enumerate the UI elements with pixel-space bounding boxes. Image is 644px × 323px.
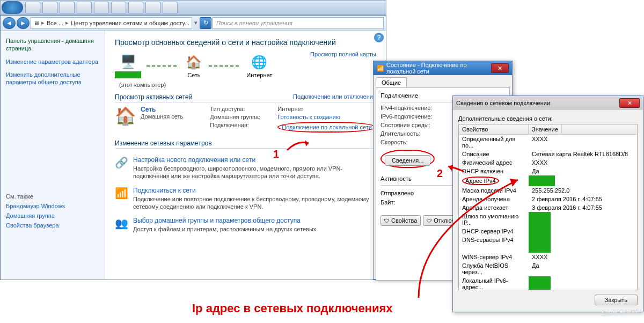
sidebar: Панель управления - домашняя страница Из…: [1, 31, 105, 280]
seealso-firewall[interactable]: Брандмауэр Windows: [6, 203, 99, 209]
change-item[interactable]: 🔗 Настройка нового подключения или сетиН…: [115, 156, 376, 180]
connect-disconnect-link[interactable]: Подключение или отключение: [293, 93, 376, 101]
close-button[interactable]: ✕: [491, 63, 509, 73]
cell-value: Да: [529, 261, 543, 276]
connect-icon: 📶: [115, 187, 128, 211]
seealso-homegroup[interactable]: Домашняя группа: [6, 212, 99, 219]
connection-link[interactable]: Подключение по локальной сети: [277, 122, 376, 133]
page-title: Просмотр основных сведений о сети и наст…: [115, 38, 376, 47]
prop-label: Тип доступа:: [210, 106, 274, 112]
properties-button[interactable]: 🛡Свойства: [380, 215, 421, 226]
address-bar: ◄ ► 🖥 ▸ Все ... ▸ Центр управления сетям…: [1, 16, 386, 31]
globe-icon: 🌐: [250, 54, 269, 71]
annotation-caption: Ip адрес в сетевых подключениях: [192, 302, 393, 315]
cell-value: Сетевая карта Realtek RTL8168D/8: [529, 150, 631, 158]
cell-value: XXXX: [529, 236, 551, 244]
wizard-icon: 🔗: [115, 156, 128, 180]
prop-label: Домашняя группа:: [210, 114, 274, 120]
prop-label: Подключения:: [210, 122, 274, 133]
start-button[interactable]: [2, 1, 23, 14]
tab-general[interactable]: Общие: [376, 77, 407, 87]
cell-value: XXXX: [529, 227, 551, 236]
sent-label: Отправлено: [380, 190, 414, 197]
taskbar-icon[interactable]: [145, 2, 160, 13]
breadcrumb-current: Центр управления сетями и общим досту...: [71, 20, 189, 26]
forward-button[interactable]: ►: [17, 17, 30, 29]
cell-value: 172. .2.: [529, 175, 555, 186]
cell-value: Да: [529, 167, 543, 175]
node-computer[interactable]: 🖥️ XXXXX: [115, 53, 141, 78]
cell-value: XXXX: [529, 158, 551, 167]
cell-value: XXXX: [529, 135, 551, 150]
help-icon[interactable]: ?: [374, 33, 384, 42]
breadcrumb-icon: 🖥: [33, 20, 39, 26]
chevron-icon: ▸: [41, 19, 45, 26]
table-row[interactable]: Физический адресXXXX: [459, 158, 637, 167]
sidebar-link-sharing[interactable]: Изменить дополнительные параметры общего…: [6, 71, 99, 86]
table-row[interactable]: ОписаниеСетевая карта Realtek RTL8168D/8: [459, 150, 637, 158]
seealso-browser[interactable]: Свойства браузера: [6, 222, 99, 229]
subtitle: Дополнительные сведения о сети:: [458, 115, 638, 122]
full-map-link[interactable]: Просмотр полной карты: [310, 51, 376, 57]
refresh-button[interactable]: ↻: [200, 17, 211, 29]
node-network[interactable]: 🏠 Сеть: [184, 54, 203, 78]
node-label: Сеть: [187, 72, 200, 78]
table-row[interactable]: DHCP включенДа: [459, 167, 637, 175]
this-computer-label: (этот компьютер): [119, 82, 376, 88]
change-title: Выбор домашней группы и параметров общег…: [133, 217, 316, 224]
breadcrumb[interactable]: 🖥 ▸ Все ... ▸ Центр управления сетями и …: [31, 17, 192, 29]
close-button[interactable]: Закрыть: [595, 295, 638, 305]
change-item[interactable]: 📶 Подключиться к сетиПодключение или пов…: [115, 187, 376, 211]
taskbar-icon[interactable]: [163, 2, 178, 13]
network-map: 🖥️ XXXXX 🏠 Сеть 🌐 Интернет Просмотр полн…: [115, 53, 376, 78]
dropdown-icon[interactable]: ▾: [194, 19, 197, 26]
dialog-title: Сведения о сетевом подключении: [456, 100, 550, 106]
house-icon: 🏠: [184, 54, 203, 71]
taskbar-icon[interactable]: [128, 2, 143, 13]
dialog-titlebar[interactable]: 📶Состояние - Подключение по локальной се…: [374, 61, 512, 75]
change-desc: Подключение или повторное подключение к …: [133, 195, 376, 211]
search-input[interactable]: Поиск в панели управления: [213, 17, 384, 29]
prop-label: IPv4-подключение:: [380, 105, 433, 111]
back-button[interactable]: ◄: [3, 17, 16, 29]
map-line: [209, 65, 241, 67]
network-icon: 📶: [377, 65, 384, 72]
active-network-block: 🏠 Сеть Домашняя сеть Тип доступа:Интерне…: [115, 106, 376, 134]
cell-value: XXXX: [529, 212, 551, 227]
sidebar-link-adapter[interactable]: Изменение параметров адаптера: [6, 58, 99, 65]
svg-marker-0: [305, 140, 309, 146]
cell-value: 3 февраля 2016 г. 4:07:55: [529, 203, 605, 212]
change-settings-list: 🔗 Настройка нового подключения или сетиН…: [115, 156, 376, 233]
prop-label: Длительность:: [380, 130, 420, 137]
annotation-number-1: 1: [273, 148, 279, 160]
map-line: [147, 65, 179, 67]
cell-value: XXXX: [529, 276, 551, 290]
taskbar-icon[interactable]: [77, 2, 92, 13]
taskbar-icon[interactable]: [60, 2, 75, 13]
cell-property: DHCP включен: [459, 167, 529, 175]
shield-icon: 🛡: [384, 218, 390, 224]
taskbar-icon[interactable]: [94, 2, 109, 13]
table-row[interactable]: Определенный для по...XXXX: [459, 135, 637, 150]
control-panel-home-link[interactable]: Панель управления - домашняя страница: [6, 37, 99, 53]
dialog-title: Состояние - Подключение по локальной сет…: [386, 62, 491, 75]
network-name[interactable]: Сеть: [141, 106, 183, 113]
close-button[interactable]: ✕: [619, 98, 640, 108]
change-item[interactable]: 👥 Выбор домашней группы и параметров общ…: [115, 217, 376, 233]
taskbar-icon[interactable]: [25, 2, 40, 13]
col-property[interactable]: Свойство: [459, 124, 529, 134]
details-button[interactable]: Сведения...: [385, 155, 430, 166]
node-internet[interactable]: 🌐 Интернет: [246, 54, 272, 78]
change-title: Подключиться к сети: [133, 187, 376, 194]
cell-value: 2 февраля 2016 г. 4:07:55: [529, 195, 605, 203]
dialog-titlebar[interactable]: Сведения о сетевом подключении ✕: [453, 96, 643, 110]
taskbar-icon[interactable]: [111, 2, 126, 13]
annotation-arrow-icon: [445, 164, 467, 174]
taskbar-icon[interactable]: [42, 2, 57, 13]
watermark: Club Sovet: [601, 307, 638, 318]
col-value[interactable]: Значение: [529, 124, 562, 134]
prop-link[interactable]: Готовность к созданию: [277, 114, 340, 120]
prop-label: Скорость:: [380, 139, 408, 145]
change-desc: Доступ к файлам и принтерам, расположенн…: [133, 225, 316, 233]
homegroup-icon: 👥: [115, 217, 128, 233]
